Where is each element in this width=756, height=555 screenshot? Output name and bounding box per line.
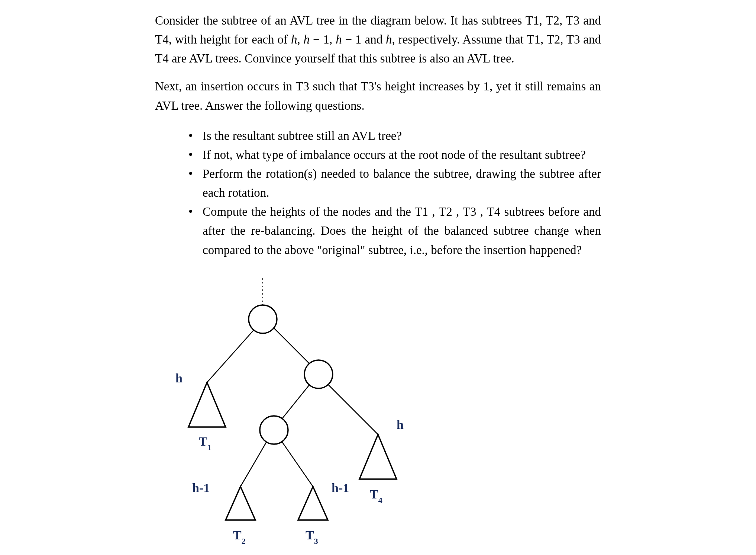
tree-diagram: h T1 h T4 h-1 T2 h-1 T3 — [155, 278, 601, 554]
question-1: Is the resultant subtree still an AVL tr… — [188, 126, 601, 145]
question-2: If not, what type of imbalance occurs at… — [188, 145, 601, 164]
svg-marker-13 — [298, 487, 328, 520]
svg-line-8 — [240, 442, 266, 487]
question-3: Perform the rotation(s) needed to balanc… — [188, 164, 601, 202]
svg-marker-10 — [188, 382, 226, 427]
t3-height-label: h-1 — [332, 481, 349, 495]
svg-line-6 — [328, 385, 378, 434]
question-list: Is the resultant subtree still an AVL tr… — [155, 126, 601, 260]
svg-line-9 — [282, 442, 313, 487]
intro-paragraph-2: Next, an insertion occurs in T3 such tha… — [155, 77, 601, 115]
t4-height-label: h — [397, 418, 404, 432]
t1-height-label: h — [175, 371, 182, 385]
t3-name-label: T3 — [306, 528, 318, 546]
svg-point-7 — [260, 416, 288, 444]
svg-line-3 — [274, 328, 310, 365]
t1-name-label: T1 — [199, 434, 211, 452]
t2-height-label: h-1 — [192, 481, 210, 495]
svg-marker-11 — [359, 434, 397, 479]
question-4: Compute the heights of the nodes and the… — [188, 202, 601, 259]
t4-name-label: T4 — [370, 487, 382, 505]
t2-name-label: T2 — [233, 528, 246, 546]
intro-paragraph-1: Consider the subtree of an AVL tree in t… — [155, 11, 601, 68]
svg-line-5 — [281, 385, 309, 420]
svg-point-1 — [249, 305, 277, 333]
svg-line-2 — [207, 330, 253, 382]
svg-marker-12 — [226, 487, 255, 520]
svg-point-4 — [304, 360, 333, 388]
